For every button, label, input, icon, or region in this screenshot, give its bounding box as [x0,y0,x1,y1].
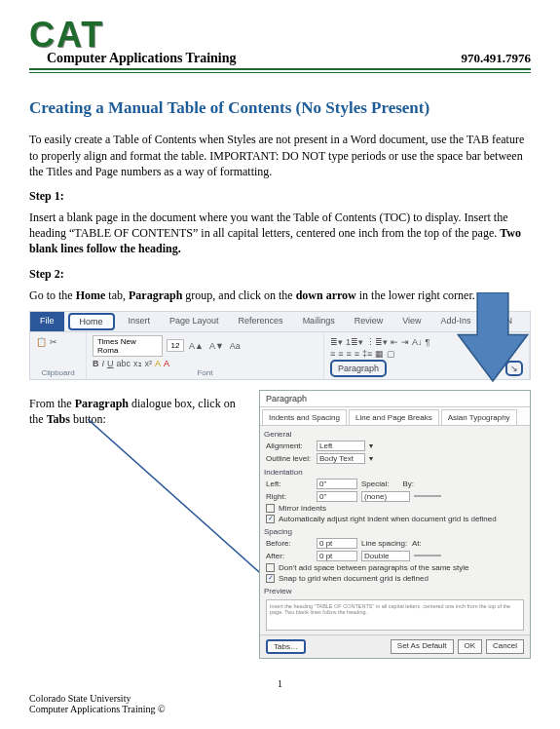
sub-icon[interactable]: x₂ [133,359,142,368]
right-label: Right: [266,492,313,501]
outline-label: Outline level: [266,454,313,463]
paragraph-dialog: Paragraph Indents and Spacing Line and P… [259,390,531,659]
sup-icon[interactable]: x² [145,359,153,368]
line-spacing-icon[interactable]: ‡≡ [362,349,372,359]
header-phone: 970.491.7976 [462,51,532,66]
outline-select[interactable]: Body Text [317,453,365,464]
align-right-icon[interactable]: ≡ [347,349,352,359]
n-d: Tabs [47,412,70,426]
step1-text: Insert a blank page in the document wher… [29,210,531,257]
tabs-button[interactable]: Tabs… [266,639,306,654]
cut-icon[interactable]: ✂ [50,337,57,347]
bold-icon[interactable]: B [93,359,99,368]
auto-indent-checkbox[interactable]: ✓ [266,515,275,523]
ribbon-tab-references[interactable]: References [229,312,293,331]
group-clipboard: Clipboard [36,368,80,377]
snap-checkbox[interactable]: ✓ [266,574,275,583]
justify-icon[interactable]: ≡ [355,349,359,359]
cancel-button[interactable]: Cancel [486,639,524,654]
sort-icon[interactable]: A↓ [412,337,423,347]
mirror-checkbox[interactable] [266,504,275,513]
special-select[interactable]: (none) [361,491,410,502]
numbering-icon[interactable]: 1≣▾ [346,337,363,347]
dialog-title: Paragraph [260,391,530,407]
alignment-label: Alignment: [266,441,313,450]
by-label: By: [394,480,414,488]
before-input[interactable]: 0 pt [317,538,357,549]
by-input[interactable] [414,495,441,497]
left-label: Left: [266,480,313,488]
ribbon-tab-view[interactable]: View [392,312,430,331]
t-d: Paragraph [129,288,182,302]
align-left-icon[interactable]: ≡ [330,349,335,359]
ribbon-tab-insert[interactable]: Insert [119,312,161,331]
align-center-icon[interactable]: ≡ [338,349,343,359]
before-label: Before: [266,539,313,548]
header-rule [29,72,531,73]
ribbon-tab-mailings[interactable]: Mailings [293,312,345,331]
page-title: Creating a Manual Table of Contents (No … [29,98,531,118]
step1-label: Step 1: [29,189,531,204]
ribbon-tab-page-layout[interactable]: Page Layout [160,312,229,331]
after-input[interactable]: 0 pt [317,551,357,561]
t-a: Go to the [29,288,76,302]
font-color-icon[interactable]: A [164,359,169,368]
right-input[interactable]: 0" [317,491,357,502]
word-ribbon-screenshot: File Home Insert Page Layout References … [29,311,531,380]
font-size-selector[interactable]: 12 [167,339,184,352]
step2-label: Step 2: [29,267,531,282]
paste-icon[interactable]: 📋 [36,337,47,347]
section-indentation: Indentation [264,468,526,477]
section-spacing: Spacing [264,527,526,536]
dialog-tab-linepage[interactable]: Line and Page Breaks [349,409,439,425]
header-tagline: Computer Applications Training [47,51,236,66]
shrink-font-icon[interactable]: A▼ [208,341,225,351]
ok-button[interactable]: OK [458,639,483,654]
special-label: Special: [361,480,391,488]
logo: CAT [29,19,531,51]
ribbon-tab-home[interactable]: Home [68,313,115,330]
borders-icon[interactable]: ▢ [387,349,395,359]
grow-font-icon[interactable]: A▲ [188,341,205,351]
ribbon-tab-review[interactable]: Review [345,312,393,331]
line-select[interactable]: Double [361,551,410,561]
bullets-icon[interactable]: ≣▾ [330,337,343,347]
multilevel-icon[interactable]: ⋮≣▾ [366,337,388,347]
paragraph-launcher-icon[interactable]: ↘ [505,361,523,376]
n-b: Paragraph [75,397,129,410]
mirror-label: Mirror indents [279,504,326,513]
nospace-checkbox[interactable] [266,563,275,572]
dialog-tab-indents[interactable]: Indents and Spacing [262,409,347,425]
change-case-icon[interactable]: Aa [229,341,242,351]
dialog-tab-asian[interactable]: Asian Typography [441,409,517,425]
nospace-label: Don't add space between paragraphs of th… [279,563,468,572]
at-input[interactable] [414,555,441,556]
italic-icon[interactable]: I [102,359,105,368]
increase-indent-icon[interactable]: ⇥ [401,337,409,347]
preview-box: Insert the heading "TABLE OF CONTENTS" i… [266,599,524,631]
t-e: group, and click on the [182,288,295,302]
t-b: Home [76,288,106,302]
t-f: down arrow [296,288,356,302]
highlight-icon[interactable]: A [155,359,161,368]
after-label: After: [266,552,313,560]
left-input[interactable]: 0" [317,479,357,489]
alignment-select[interactable]: Left [317,441,365,451]
dropdown-icon[interactable]: ▾ [369,441,373,450]
line-label: Line spacing: [361,539,408,548]
step1-text-a: Insert a blank page in the document wher… [29,211,507,240]
underline-icon[interactable]: U [107,359,114,368]
set-default-button[interactable]: Set As Default [391,639,454,654]
shading-icon[interactable]: ▦ [375,349,384,359]
intro-paragraph: To easily create a Table of Contents whe… [29,132,531,179]
auto-indent-label: Automatically adjust right indent when d… [279,515,497,523]
dropdown-icon[interactable]: ▾ [369,454,373,463]
at-label: At: [412,539,428,548]
snap-label: Snap to grid when document grid is defin… [279,574,429,583]
font-name-selector[interactable]: Times New Roma [93,335,163,357]
show-marks-icon[interactable]: ¶ [426,337,430,347]
strike-icon[interactable]: abc [117,359,131,368]
decrease-indent-icon[interactable]: ⇤ [391,337,398,347]
group-paragraph: Paragraph [330,360,387,377]
ribbon-tab-file[interactable]: File [30,312,64,331]
